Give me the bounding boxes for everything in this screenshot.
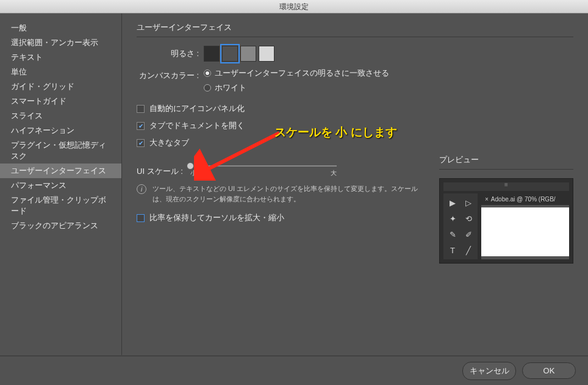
content-panel: ユーザーインターフェイス 明るさ : カンバスカラー : ユーザーインターフェイ…: [122, 13, 588, 355]
large-tabs-checkbox[interactable]: 大きなタブ: [137, 137, 573, 148]
radio-icon: [204, 70, 211, 77]
preview-doc-tab-label: Adobe.ai @ 70% (RGB/: [491, 196, 556, 203]
ui-scale-label: UI スケール :: [137, 166, 190, 177]
preview-doc-tab: × Adobe.ai @ 70% (RGB/: [481, 193, 569, 205]
brightness-swatch-darkest[interactable]: [204, 46, 220, 62]
sidebar-item-general[interactable]: 一般: [0, 21, 121, 35]
sidebar-item-black[interactable]: ブラックのアピアランス: [0, 218, 121, 233]
brightness-swatch-lightest[interactable]: [259, 46, 274, 62]
divider: [439, 169, 573, 170]
brightness-swatch-dark[interactable]: [222, 46, 238, 62]
sidebar-item-slices[interactable]: スライス: [0, 109, 121, 123]
wand-tool-icon: ✦: [446, 212, 459, 225]
large-tabs-label: 大きなタブ: [149, 137, 189, 148]
cancel-button[interactable]: キャンセル: [462, 362, 516, 380]
brightness-label: 明るさ :: [137, 46, 204, 59]
direct-selection-tool-icon: ▷: [462, 196, 475, 209]
window-titlebar: 環境設定: [0, 0, 588, 13]
preview-titlebar: [443, 182, 569, 191]
brightness-swatches: [204, 46, 573, 62]
slider-thumb[interactable]: [187, 162, 194, 170]
canvas-color-row: カンバスカラー : ユーザーインターフェイスの明るさに一致させる ホワイト: [137, 68, 573, 97]
slider-track: [190, 165, 337, 167]
ui-scale-row: UI スケール : 小 大: [137, 165, 421, 178]
info-icon: i: [137, 184, 146, 194]
canvas-color-white[interactable]: ホワイト: [204, 82, 573, 93]
preferences-sidebar: 一般 選択範囲・アンカー表示 テキスト 単位 ガイド・グリッド スマートガイド …: [0, 13, 122, 355]
preview-tools: ▶ ▷ ✦ ⟲ ✎ ✐ T ╱: [443, 193, 478, 259]
brightness-swatch-light[interactable]: [240, 46, 256, 62]
sidebar-item-file[interactable]: ファイル管理・クリップボード: [0, 193, 121, 218]
preview-doc: × Adobe.ai @ 70% (RGB/: [481, 193, 569, 259]
open-in-tabs-label: タブでドキュメントを開く: [149, 120, 245, 131]
sidebar-item-ui[interactable]: ユーザーインターフェイス: [0, 164, 121, 178]
sidebar-item-guides[interactable]: ガイド・グリッド: [0, 79, 121, 94]
sidebar-item-performance[interactable]: パフォーマンス: [0, 178, 121, 193]
checkbox-icon: [137, 139, 145, 147]
ui-scale-slider[interactable]: 小 大: [190, 165, 337, 178]
ui-scale-info-text: ツール、テキストなどの UI エレメントのサイズを比率を保持して変更します。スケ…: [152, 184, 421, 204]
curvature-tool-icon: ✐: [462, 228, 475, 241]
preview-canvas: [481, 207, 569, 256]
brightness-row: 明るさ :: [137, 46, 573, 62]
sidebar-item-units[interactable]: 単位: [0, 65, 121, 79]
preview-title: プレビュー: [439, 154, 573, 165]
selection-tool-icon: ▶: [446, 196, 459, 209]
preview-box: ▶ ▷ ✦ ⟲ ✎ ✐ T ╱ × Adobe.ai @: [439, 178, 573, 264]
auto-icon-panel-checkbox[interactable]: 自動的にアイコンパネル化: [137, 103, 573, 114]
divider: [137, 37, 573, 37]
ui-scale-info: i ツール、テキストなどの UI エレメントのサイズを比率を保持して変更します。…: [137, 184, 421, 204]
lasso-tool-icon: ⟲: [462, 212, 475, 225]
sidebar-item-smartguides[interactable]: スマートガイド: [0, 94, 121, 109]
open-in-tabs-checkbox[interactable]: タブでドキュメントを開く: [137, 120, 573, 131]
close-icon: ×: [485, 196, 489, 203]
sidebar-item-hyphenation[interactable]: ハイフネーション: [0, 123, 121, 138]
line-tool-icon: ╱: [462, 243, 475, 257]
type-tool-icon: T: [446, 243, 459, 257]
canvas-color-match[interactable]: ユーザーインターフェイスの明るさに一致させる: [204, 68, 573, 79]
cursor-scale-label: 比率を保持してカーソルを拡大・縮小: [149, 212, 284, 223]
auto-icon-panel-label: 自動的にアイコンパネル化: [149, 103, 245, 114]
canvas-color-label: カンバスカラー :: [137, 68, 204, 81]
checkbox-icon: [137, 122, 145, 130]
ok-button[interactable]: OK: [522, 362, 576, 379]
canvas-color-match-label: ユーザーインターフェイスの明るさに一致させる: [215, 68, 389, 79]
sidebar-item-text[interactable]: テキスト: [0, 50, 121, 65]
preview-section: プレビュー ▶ ▷ ✦ ⟲ ✎ ✐ T ╱: [439, 154, 573, 264]
pen-tool-icon: ✎: [446, 228, 459, 241]
slider-min-label: 小: [190, 169, 196, 178]
radio-icon: [204, 84, 211, 92]
sidebar-item-plugins[interactable]: プラグイン・仮想記憶ディスク: [0, 138, 121, 164]
canvas-color-white-label: ホワイト: [215, 82, 246, 93]
slider-max-label: 大: [331, 169, 337, 178]
section-title: ユーザーインターフェイス: [137, 22, 573, 33]
cursor-scale-checkbox[interactable]: 比率を保持してカーソルを拡大・縮小: [137, 212, 421, 223]
checkbox-icon: [137, 214, 145, 222]
dialog-footer: キャンセル OK: [0, 356, 588, 385]
sidebar-item-selection[interactable]: 選択範囲・アンカー表示: [0, 35, 121, 50]
checkbox-icon: [137, 105, 145, 113]
main-area: 一般 選択範囲・アンカー表示 テキスト 単位 ガイド・グリッド スマートガイド …: [0, 13, 588, 355]
